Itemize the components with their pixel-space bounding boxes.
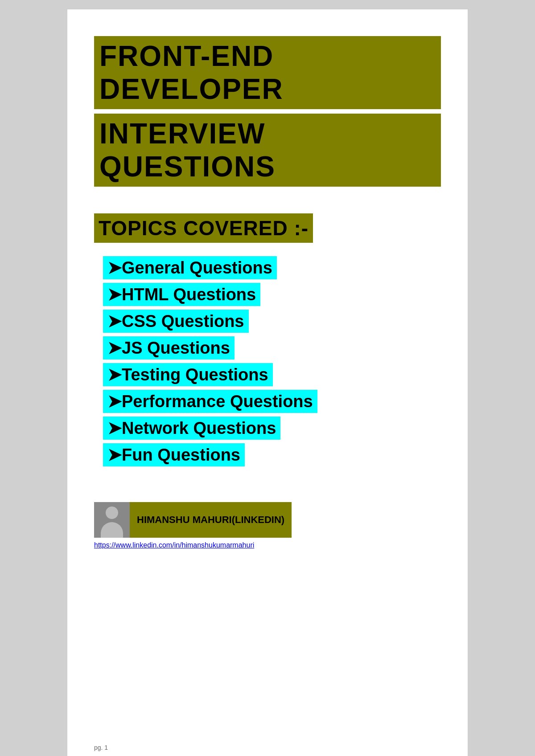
page-footer: pg. 1	[94, 744, 108, 751]
topic-item-label: ➤JS Questions	[107, 339, 230, 357]
title-line2-text: INTERVIEW QUESTIONS	[99, 118, 276, 183]
topic-item-label: ➤Testing Questions	[107, 365, 268, 384]
topic-item-bg: ➤Testing Questions	[103, 363, 273, 386]
topics-header-bg: TOPICS COVERED :-	[94, 213, 313, 243]
topic-item-label: ➤CSS Questions	[107, 312, 244, 331]
author-link[interactable]: https://www.linkedin.com/in/himanshukuma…	[94, 541, 254, 549]
topic-item-label: ➤Network Questions	[107, 419, 276, 437]
topics-section: TOPICS COVERED :- ➤General Questions➤HTM…	[94, 213, 441, 466]
avatar	[94, 502, 130, 538]
list-item: ➤General Questions	[103, 256, 441, 279]
author-name: HIMANSHU MAHURI(LINKEDIN)	[130, 514, 292, 526]
list-item: ➤Performance Questions	[103, 390, 441, 413]
list-item: ➤CSS Questions	[103, 310, 441, 333]
topic-item-bg: ➤Performance Questions	[103, 390, 317, 413]
topic-item-bg: ➤CSS Questions	[103, 310, 249, 333]
topic-item-bg: ➤HTML Questions	[103, 283, 260, 306]
topic-item-bg: ➤Fun Questions	[103, 443, 245, 466]
list-item: ➤Fun Questions	[103, 443, 441, 466]
avatar-silhouette	[94, 502, 130, 538]
page-number: pg. 1	[94, 744, 108, 751]
title-line2-bg: INTERVIEW QUESTIONS	[94, 114, 441, 187]
list-item: ➤Testing Questions	[103, 363, 441, 386]
topic-item-bg: ➤General Questions	[103, 256, 277, 279]
page: FRONT-END DEVELOPER INTERVIEW QUESTIONS …	[67, 9, 468, 756]
topic-item-label: ➤Fun Questions	[107, 445, 240, 464]
topic-item-bg: ➤JS Questions	[103, 336, 235, 360]
list-item: ➤JS Questions	[103, 336, 441, 360]
title-line1-bg: FRONT-END DEVELOPER	[94, 36, 441, 109]
topic-item-label: ➤General Questions	[107, 258, 272, 277]
title-block: FRONT-END DEVELOPER INTERVIEW QUESTIONS	[94, 36, 441, 187]
topic-item-bg: ➤Network Questions	[103, 417, 280, 440]
list-item: ➤HTML Questions	[103, 283, 441, 306]
topic-item-label: ➤HTML Questions	[107, 285, 256, 304]
author-card: HIMANSHU MAHURI(LINKEDIN)	[94, 502, 292, 538]
author-section: HIMANSHU MAHURI(LINKEDIN) https://www.li…	[94, 502, 441, 549]
topics-list: ➤General Questions➤HTML Questions➤CSS Qu…	[103, 256, 441, 466]
topics-header-text: TOPICS COVERED :-	[99, 217, 309, 240]
title-line1-text: FRONT-END DEVELOPER	[99, 40, 284, 105]
topic-item-label: ➤Performance Questions	[107, 392, 313, 411]
list-item: ➤Network Questions	[103, 417, 441, 440]
